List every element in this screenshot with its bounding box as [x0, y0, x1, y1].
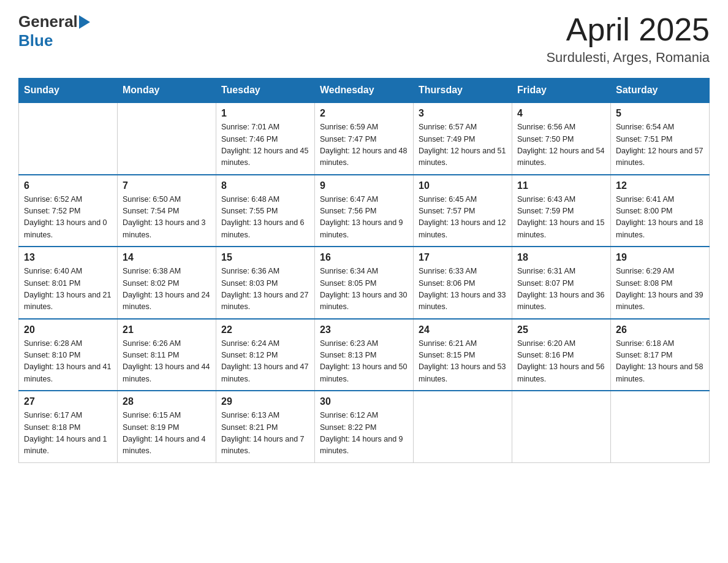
- calendar-cell: [512, 391, 611, 462]
- sun-info: Sunrise: 6:48 AMSunset: 7:55 PMDaylight:…: [221, 194, 309, 242]
- calendar-cell: 22Sunrise: 6:24 AMSunset: 8:12 PMDayligh…: [216, 319, 315, 391]
- calendar-week-row: 27Sunrise: 6:17 AMSunset: 8:18 PMDayligh…: [19, 391, 710, 462]
- day-number: 7: [123, 180, 211, 191]
- day-number: 13: [24, 252, 112, 263]
- sun-info: Sunrise: 6:28 AMSunset: 8:10 PMDaylight:…: [24, 338, 112, 386]
- day-number: 23: [320, 324, 408, 335]
- day-number: 3: [419, 108, 507, 119]
- sun-info: Sunrise: 6:18 AMSunset: 8:17 PMDaylight:…: [616, 338, 704, 386]
- title-area: April 2025 Surdulesti, Arges, Romania: [546, 12, 710, 66]
- calendar-cell: 23Sunrise: 6:23 AMSunset: 8:13 PMDayligh…: [315, 319, 414, 391]
- day-number: 24: [419, 324, 507, 335]
- calendar-cell: 15Sunrise: 6:36 AMSunset: 8:03 PMDayligh…: [216, 247, 315, 319]
- calendar-cell: 30Sunrise: 6:12 AMSunset: 8:22 PMDayligh…: [315, 391, 414, 462]
- day-number: 18: [517, 252, 605, 263]
- month-title: April 2025: [546, 12, 710, 47]
- sun-info: Sunrise: 6:29 AMSunset: 8:08 PMDaylight:…: [616, 266, 704, 313]
- day-number: 30: [320, 396, 408, 407]
- day-number: 8: [221, 180, 309, 191]
- calendar-week-row: 1Sunrise: 7:01 AMSunset: 7:46 PMDaylight…: [19, 102, 710, 175]
- calendar-cell: 27Sunrise: 6:17 AMSunset: 8:18 PMDayligh…: [19, 391, 118, 462]
- calendar-cell: 19Sunrise: 6:29 AMSunset: 8:08 PMDayligh…: [611, 247, 710, 319]
- calendar-cell: 1Sunrise: 7:01 AMSunset: 7:46 PMDaylight…: [216, 102, 315, 175]
- day-number: 1: [221, 108, 309, 119]
- day-number: 19: [616, 252, 704, 263]
- calendar-cell: 20Sunrise: 6:28 AMSunset: 8:10 PMDayligh…: [19, 319, 118, 391]
- sun-info: Sunrise: 6:12 AMSunset: 8:22 PMDaylight:…: [320, 410, 408, 458]
- page-header: General Blue April 2025 Surdulesti, Arge…: [18, 12, 710, 66]
- sun-info: Sunrise: 6:20 AMSunset: 8:16 PMDaylight:…: [517, 338, 605, 386]
- sun-info: Sunrise: 6:26 AMSunset: 8:11 PMDaylight:…: [123, 338, 211, 386]
- sun-info: Sunrise: 6:45 AMSunset: 7:57 PMDaylight:…: [419, 194, 507, 242]
- sun-info: Sunrise: 6:52 AMSunset: 7:52 PMDaylight:…: [24, 194, 112, 242]
- calendar-cell: [19, 102, 118, 175]
- calendar-week-row: 20Sunrise: 6:28 AMSunset: 8:10 PMDayligh…: [19, 319, 710, 391]
- calendar-cell: 6Sunrise: 6:52 AMSunset: 7:52 PMDaylight…: [19, 175, 118, 247]
- location: Surdulesti, Arges, Romania: [546, 50, 710, 66]
- logo: General Blue: [18, 12, 90, 50]
- weekday-header-tuesday: Tuesday: [216, 79, 315, 103]
- calendar-cell: 10Sunrise: 6:45 AMSunset: 7:57 PMDayligh…: [414, 175, 512, 247]
- day-number: 17: [419, 252, 507, 263]
- logo-general-text: General: [18, 12, 78, 31]
- sun-info: Sunrise: 6:54 AMSunset: 7:51 PMDaylight:…: [616, 121, 704, 169]
- day-number: 10: [419, 180, 507, 191]
- sun-info: Sunrise: 6:13 AMSunset: 8:21 PMDaylight:…: [221, 410, 309, 458]
- calendar-cell: 12Sunrise: 6:41 AMSunset: 8:00 PMDayligh…: [611, 175, 710, 247]
- day-number: 11: [517, 180, 605, 191]
- sun-info: Sunrise: 6:21 AMSunset: 8:15 PMDaylight:…: [419, 338, 507, 386]
- sun-info: Sunrise: 6:33 AMSunset: 8:06 PMDaylight:…: [419, 266, 507, 313]
- weekday-header-monday: Monday: [118, 79, 216, 103]
- day-number: 22: [221, 324, 309, 335]
- calendar-cell: 11Sunrise: 6:43 AMSunset: 7:59 PMDayligh…: [512, 175, 611, 247]
- weekday-header-saturday: Saturday: [611, 79, 710, 103]
- sun-info: Sunrise: 6:41 AMSunset: 8:00 PMDaylight:…: [616, 194, 704, 242]
- calendar-cell: 29Sunrise: 6:13 AMSunset: 8:21 PMDayligh…: [216, 391, 315, 462]
- calendar-cell: 3Sunrise: 6:57 AMSunset: 7:49 PMDaylight…: [414, 102, 512, 175]
- calendar-cell: 26Sunrise: 6:18 AMSunset: 8:17 PMDayligh…: [611, 319, 710, 391]
- day-number: 27: [24, 396, 112, 407]
- calendar-cell: 25Sunrise: 6:20 AMSunset: 8:16 PMDayligh…: [512, 319, 611, 391]
- weekday-header-friday: Friday: [512, 79, 611, 103]
- calendar-cell: 9Sunrise: 6:47 AMSunset: 7:56 PMDaylight…: [315, 175, 414, 247]
- day-number: 28: [123, 396, 211, 407]
- day-number: 5: [616, 108, 704, 119]
- calendar-cell: 16Sunrise: 6:34 AMSunset: 8:05 PMDayligh…: [315, 247, 414, 319]
- svg-marker-0: [79, 15, 90, 29]
- sun-info: Sunrise: 6:31 AMSunset: 8:07 PMDaylight:…: [517, 266, 605, 313]
- sun-info: Sunrise: 6:15 AMSunset: 8:19 PMDaylight:…: [123, 410, 211, 458]
- sun-info: Sunrise: 6:57 AMSunset: 7:49 PMDaylight:…: [419, 121, 507, 169]
- calendar-cell: [118, 102, 216, 175]
- logo-arrow-icon: [79, 15, 90, 29]
- calendar-cell: 14Sunrise: 6:38 AMSunset: 8:02 PMDayligh…: [118, 247, 216, 319]
- weekday-header-thursday: Thursday: [414, 79, 512, 103]
- sun-info: Sunrise: 7:01 AMSunset: 7:46 PMDaylight:…: [221, 121, 309, 169]
- calendar-cell: 13Sunrise: 6:40 AMSunset: 8:01 PMDayligh…: [19, 247, 118, 319]
- day-number: 20: [24, 324, 112, 335]
- sun-info: Sunrise: 6:34 AMSunset: 8:05 PMDaylight:…: [320, 266, 408, 313]
- day-number: 16: [320, 252, 408, 263]
- sun-info: Sunrise: 6:47 AMSunset: 7:56 PMDaylight:…: [320, 194, 408, 242]
- weekday-header-row: SundayMondayTuesdayWednesdayThursdayFrid…: [19, 79, 710, 103]
- calendar-cell: 17Sunrise: 6:33 AMSunset: 8:06 PMDayligh…: [414, 247, 512, 319]
- calendar-table: SundayMondayTuesdayWednesdayThursdayFrid…: [18, 78, 710, 463]
- sun-info: Sunrise: 6:40 AMSunset: 8:01 PMDaylight:…: [24, 266, 112, 313]
- sun-info: Sunrise: 6:43 AMSunset: 7:59 PMDaylight:…: [517, 194, 605, 242]
- day-number: 29: [221, 396, 309, 407]
- sun-info: Sunrise: 6:17 AMSunset: 8:18 PMDaylight:…: [24, 410, 112, 458]
- calendar-cell: 18Sunrise: 6:31 AMSunset: 8:07 PMDayligh…: [512, 247, 611, 319]
- sun-info: Sunrise: 6:56 AMSunset: 7:50 PMDaylight:…: [517, 121, 605, 169]
- calendar-cell: 2Sunrise: 6:59 AMSunset: 7:47 PMDaylight…: [315, 102, 414, 175]
- calendar-cell: 21Sunrise: 6:26 AMSunset: 8:11 PMDayligh…: [118, 319, 216, 391]
- logo-blue-text: Blue: [18, 31, 53, 50]
- day-number: 6: [24, 180, 112, 191]
- calendar-cell: [414, 391, 512, 462]
- calendar-cell: 7Sunrise: 6:50 AMSunset: 7:54 PMDaylight…: [118, 175, 216, 247]
- day-number: 2: [320, 108, 408, 119]
- sun-info: Sunrise: 6:23 AMSunset: 8:13 PMDaylight:…: [320, 338, 408, 386]
- calendar-cell: 8Sunrise: 6:48 AMSunset: 7:55 PMDaylight…: [216, 175, 315, 247]
- calendar-cell: 24Sunrise: 6:21 AMSunset: 8:15 PMDayligh…: [414, 319, 512, 391]
- sun-info: Sunrise: 6:38 AMSunset: 8:02 PMDaylight:…: [123, 266, 211, 313]
- calendar-cell: 28Sunrise: 6:15 AMSunset: 8:19 PMDayligh…: [118, 391, 216, 462]
- weekday-header-wednesday: Wednesday: [315, 79, 414, 103]
